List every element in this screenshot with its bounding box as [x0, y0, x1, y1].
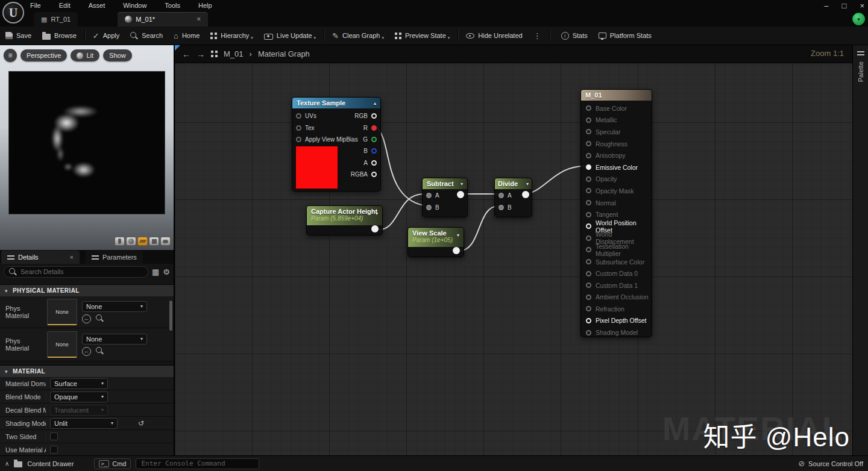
node-material-result[interactable]: M_01 Base Color Metallic Specular Roughn… — [580, 89, 652, 337]
node-view-scale[interactable]: View Scale Param (1e+05) ▾ — [407, 227, 464, 257]
pin-tex[interactable] — [296, 125, 301, 131]
details-search-box[interactable] — [4, 266, 148, 278]
breadcrumb-page[interactable]: Material Graph — [258, 49, 310, 58]
pin-g[interactable] — [371, 137, 377, 142]
hierarchy-button[interactable]: Hierarchy ▾ — [205, 27, 259, 45]
pin-metallic[interactable] — [586, 117, 591, 123]
node-header[interactable]: Divide ▾ — [495, 178, 532, 189]
pin-subsurface-color[interactable] — [586, 259, 591, 264]
breadcrumb-asset[interactable]: M_01 — [224, 49, 244, 58]
section-physical-material[interactable]: ▾ PHYSICAL MATERIAL — [0, 284, 174, 296]
phys-material-thumbnail[interactable]: None — [47, 331, 77, 358]
menu-help[interactable]: Help — [197, 2, 213, 9]
menu-edit[interactable]: Edit — [58, 2, 72, 9]
node-header[interactable]: Capture Actor Height Param (5.859e+04) ▾ — [307, 206, 382, 225]
node-header[interactable]: M_01 — [581, 90, 652, 101]
pin-a[interactable] — [371, 160, 377, 166]
hide-unrelated-options-button[interactable]: ⋮ — [528, 27, 547, 45]
two-sided-checkbox[interactable] — [50, 432, 58, 440]
settings-gear-icon[interactable]: ⚙ — [163, 268, 170, 276]
pin-b[interactable] — [426, 205, 432, 210]
preview-state-button[interactable]: Preview State ▾ — [389, 27, 455, 45]
clean-graph-button[interactable]: ✎ Clean Graph ▾ — [327, 27, 389, 45]
expand-drawer-icon[interactable]: ∧ — [5, 461, 9, 467]
pin-world-displacement[interactable] — [586, 236, 591, 241]
pin-custom-data-0[interactable] — [586, 271, 591, 276]
expand-icon[interactable]: ▾ — [461, 181, 463, 187]
pin-base-color[interactable] — [586, 105, 591, 111]
pin-r[interactable] — [371, 125, 377, 131]
node-texture-sample[interactable]: Texture Sample ▴ UVs Tex Apply View MipB… — [292, 97, 381, 192]
material-domain-dropdown[interactable]: Surface ▾ — [50, 378, 108, 389]
plane-mesh-button[interactable] — [137, 237, 148, 246]
pin-rgb[interactable] — [371, 113, 377, 119]
nav-back-icon[interactable]: ← — [182, 49, 190, 59]
shading-model-dropdown[interactable]: Unlit ▾ — [50, 418, 118, 429]
close-button[interactable]: × — [860, 1, 864, 10]
pin-pixel-depth-offset[interactable] — [586, 318, 591, 323]
viewport-menu-icon[interactable]: ≡ — [4, 49, 17, 62]
pin-uvs[interactable] — [296, 113, 301, 119]
palette-sidebar-tab[interactable]: Palette — [852, 45, 868, 455]
node-header[interactable]: View Scale Param (1e+05) ▾ — [408, 228, 464, 247]
pin-output[interactable] — [453, 247, 460, 254]
pin-a[interactable] — [426, 193, 432, 198]
source-control-status[interactable]: ⊘ Source Control Off — [798, 460, 863, 467]
pin-ambient-occlusion[interactable] — [586, 295, 591, 300]
browse-to-asset-icon[interactable] — [96, 314, 104, 322]
pin-b[interactable] — [498, 205, 504, 210]
pin-roughness[interactable] — [586, 141, 591, 146]
use-selected-asset-icon[interactable]: ← — [82, 347, 91, 356]
tab-details[interactable]: Details × — [1, 251, 80, 264]
collapse-icon[interactable]: ▴ — [374, 101, 376, 106]
cmd-button[interactable]: >_ Cmd — [94, 458, 131, 469]
node-header[interactable]: Subtract ▾ — [423, 178, 467, 189]
menu-asset[interactable]: Asset — [87, 2, 107, 9]
restore-button[interactable]: □ — [842, 1, 847, 10]
details-search-input[interactable] — [20, 268, 143, 275]
pin-output[interactable] — [371, 225, 379, 232]
lit-button[interactable]: Lit — [71, 49, 99, 61]
reset-to-default-icon[interactable]: ↺ — [138, 419, 144, 428]
blend-mode-dropdown[interactable]: Opaque ▾ — [50, 391, 108, 402]
tab-close-icon[interactable]: × — [197, 15, 201, 23]
pin-tangent[interactable] — [586, 212, 591, 217]
pin-tessellation-multiplier[interactable] — [586, 247, 591, 252]
pin-world-position-offset[interactable] — [586, 223, 591, 229]
cylinder-mesh-button[interactable] — [115, 237, 125, 246]
menu-window[interactable]: Window — [122, 2, 148, 9]
expand-icon[interactable]: ▾ — [457, 232, 459, 238]
stats-button[interactable]: i Stats — [556, 27, 593, 45]
node-subtract[interactable]: Subtract ▾ A B — [422, 178, 468, 217]
pin-shading-model[interactable] — [586, 330, 591, 335]
material-graph-canvas[interactable]: ← → M_01 › Material Graph Zoom 1:1 Textu… — [175, 45, 868, 455]
pin-specular[interactable] — [586, 129, 591, 134]
section-material[interactable]: ▾ MATERIAL — [0, 365, 174, 377]
expand-icon[interactable]: ▾ — [526, 181, 529, 187]
pin-a[interactable] — [498, 193, 504, 198]
node-capture-actor-height[interactable]: Capture Actor Height Param (5.859e+04) ▾ — [306, 205, 383, 236]
phys-material-dropdown[interactable]: None ▾ — [82, 334, 147, 345]
browse-button[interactable]: Browse — [37, 27, 82, 45]
home-button[interactable]: ⌂ Home — [168, 27, 205, 45]
save-button[interactable]: Save — [0, 27, 37, 45]
sphere-mesh-button[interactable] — [126, 237, 136, 246]
use-selected-asset-icon[interactable]: ← — [82, 314, 91, 323]
content-drawer-button[interactable]: Content Drawer — [27, 460, 74, 467]
use-material-attributes-checkbox[interactable] — [50, 446, 58, 454]
menu-file[interactable]: File — [29, 2, 42, 9]
node-header[interactable]: Texture Sample ▴ — [292, 98, 380, 108]
browse-to-asset-icon[interactable] — [96, 347, 104, 355]
console-command-input[interactable] — [136, 458, 259, 469]
pin-apply-view-mipbias[interactable] — [296, 137, 301, 142]
hide-unrelated-button[interactable]: Hide Unrelated — [461, 27, 527, 45]
panel-splitter-handle[interactable] — [175, 45, 180, 51]
live-update-button[interactable]: Live Update ▾ — [259, 27, 321, 45]
expand-icon[interactable]: ▾ — [376, 211, 378, 216]
tab-parameters[interactable]: Parameters — [86, 251, 143, 264]
perspective-button[interactable]: Perspective — [20, 49, 67, 61]
pin-output[interactable] — [522, 191, 529, 198]
pin-rgba[interactable] — [371, 172, 377, 177]
pin-custom-data-1[interactable] — [586, 282, 591, 288]
display-filter-icon[interactable]: ▦ — [152, 268, 159, 276]
